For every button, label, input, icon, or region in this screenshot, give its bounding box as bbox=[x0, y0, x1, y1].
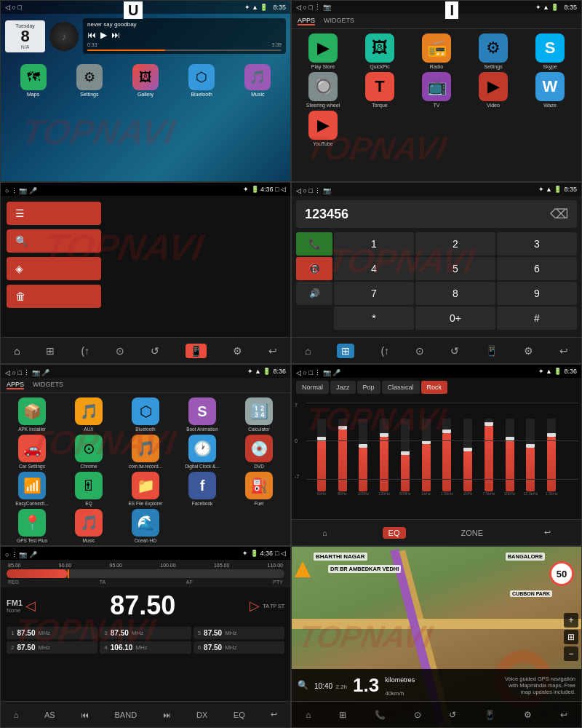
grid-btn-3[interactable]: ⊞ bbox=[46, 345, 55, 357]
digit-2[interactable]: 2 bbox=[415, 232, 495, 256]
phone-btn-4[interactable]: 📱 bbox=[485, 345, 498, 357]
app-waze[interactable]: W Waze bbox=[523, 72, 577, 108]
back-btn-8[interactable]: ↩ bbox=[560, 710, 567, 720]
app-maps[interactable]: 🗺 Maps bbox=[8, 64, 58, 97]
app-facebook[interactable]: f Facebook bbox=[175, 472, 229, 506]
zoom-in-btn[interactable]: + bbox=[564, 613, 578, 628]
preset-2[interactable]: 2 87.50 MHz bbox=[7, 641, 97, 654]
preset-4[interactable]: 4 106.10 MHz bbox=[100, 641, 191, 654]
app-ocean[interactable]: 🌊 Ocean HD bbox=[119, 509, 172, 543]
eq-band-125k[interactable]: 12.5kHz bbox=[522, 419, 541, 496]
call2-btn[interactable]: (↑ bbox=[380, 345, 389, 357]
eq-band-80[interactable]: 80Hz bbox=[333, 419, 352, 496]
radio-btn-3[interactable]: ↺ bbox=[151, 345, 159, 357]
preset-pop[interactable]: Pop bbox=[357, 381, 380, 394]
eq-band-100[interactable]: 100Hz bbox=[354, 419, 373, 496]
digit-8[interactable]: 8 bbox=[415, 282, 495, 305]
eq-btn-7[interactable]: EQ bbox=[231, 709, 248, 721]
preset-jazz[interactable]: Jazz bbox=[330, 381, 356, 394]
cam-btn-4[interactable]: ⊙ bbox=[415, 345, 424, 357]
app-steering[interactable]: 🔘 Steering wheel bbox=[296, 72, 350, 108]
menu-list-icon[interactable]: ☰ bbox=[7, 202, 101, 225]
grid-btn-map[interactable]: ⊞ bbox=[564, 630, 578, 644]
tab-widgets[interactable]: WIDGETS bbox=[324, 17, 354, 25]
prev-btn-7[interactable]: ⏮ bbox=[78, 709, 92, 721]
digit-1[interactable]: 1 bbox=[334, 232, 414, 256]
freq-next-btn[interactable]: ▷ bbox=[250, 598, 260, 614]
app-torque[interactable]: T Torque bbox=[353, 72, 407, 108]
eq-band-60[interactable]: 60Hz bbox=[312, 419, 331, 496]
as-btn[interactable]: AS bbox=[41, 709, 58, 721]
back-btn-7[interactable]: ↩ bbox=[268, 708, 280, 721]
app-clock[interactable]: 🕐 Digital Clock &... bbox=[175, 435, 229, 469]
preset-normal[interactable]: Normal bbox=[296, 381, 329, 394]
prev-button[interactable]: ⏮ bbox=[87, 30, 96, 40]
app-bt[interactable]: ⬡ Bluetooth bbox=[119, 397, 172, 432]
phone-btn-3[interactable]: (↑ bbox=[81, 345, 89, 357]
volume-button[interactable]: 🔊 bbox=[296, 282, 332, 305]
digit-star[interactable]: * bbox=[334, 306, 414, 330]
music-controls[interactable]: ⏮ ▶ ⏭ bbox=[87, 30, 282, 40]
eq-band-15k[interactable]: 1.5kHz bbox=[438, 419, 457, 496]
settings-btn-3[interactable]: ⚙ bbox=[233, 345, 242, 357]
app-aux[interactable]: 🎵 AUX bbox=[62, 397, 116, 432]
phone-btn-8[interactable]: 📞 bbox=[375, 710, 386, 720]
freq-slider[interactable] bbox=[7, 569, 284, 578]
preset-3[interactable]: 3 87.50 MHz bbox=[100, 627, 191, 639]
app-eq[interactable]: 🎚 EQ bbox=[62, 472, 116, 506]
settings-btn-4[interactable]: ⚙ bbox=[524, 345, 533, 357]
radio-btn-4[interactable]: ↺ bbox=[450, 345, 459, 357]
app-youtube[interactable]: ▶ YouTube bbox=[296, 111, 350, 146]
eq-band-500[interactable]: 500Hz bbox=[396, 419, 415, 496]
cam-btn-3[interactable]: ⊙ bbox=[116, 345, 124, 357]
hangup-button[interactable]: 📵 bbox=[296, 257, 332, 280]
grid-btn-8[interactable]: ⊞ bbox=[339, 710, 346, 720]
eq-band-last[interactable]: 1.5kHz bbox=[542, 419, 561, 496]
app-gpstest[interactable]: 📍 GPS Test Plus bbox=[5, 509, 59, 543]
app-music[interactable]: 🎵 Music bbox=[233, 64, 283, 97]
app-video[interactable]: ▶ Video bbox=[466, 72, 520, 108]
phone-red-btn-3[interactable]: 📱 bbox=[186, 344, 207, 358]
eq-band-120[interactable]: 120Hz bbox=[375, 419, 394, 496]
digit-5[interactable]: 5 bbox=[415, 257, 495, 280]
tab-apps[interactable]: APPS bbox=[298, 17, 315, 25]
app-apk[interactable]: 📦 APK Installer bbox=[5, 397, 59, 432]
eq-band-10k[interactable]: 10kHz bbox=[501, 419, 519, 496]
digit-0[interactable]: 0+ bbox=[415, 306, 495, 330]
zone-btn-6[interactable]: ZONE bbox=[455, 527, 489, 539]
digit-4[interactable]: 4 bbox=[334, 257, 414, 280]
back-btn-6[interactable]: ↩ bbox=[538, 526, 557, 539]
menu-search[interactable]: 🔍 bbox=[7, 229, 101, 253]
preset-classical[interactable]: Classical bbox=[382, 381, 420, 394]
phone2-btn-8[interactable]: 📱 bbox=[485, 710, 495, 720]
digit-6[interactable]: 6 bbox=[497, 257, 577, 280]
settings-btn-8[interactable]: ⚙ bbox=[524, 710, 532, 720]
home-btn-3[interactable]: ⌂ bbox=[14, 345, 20, 357]
eq-band-75k[interactable]: 7.5kHz bbox=[479, 419, 498, 496]
next-btn-7[interactable]: ⏭ bbox=[160, 709, 174, 721]
tab-apps-2[interactable]: APPS bbox=[7, 381, 24, 389]
next-button[interactable]: ⏭ bbox=[111, 30, 120, 40]
app-dvd[interactable]: 💿 DVD bbox=[232, 435, 286, 469]
app-easyconnect[interactable]: 📶 EasyConnecti... bbox=[5, 472, 59, 506]
dx-btn[interactable]: DX bbox=[194, 709, 210, 721]
back-btn-3[interactable]: ↩ bbox=[268, 345, 277, 357]
home-btn-4[interactable]: ⌂ bbox=[305, 345, 311, 357]
app-bluetooth[interactable]: ⬡ Bluetooth bbox=[177, 64, 227, 97]
tab-widgets-2[interactable]: WIDGETS bbox=[33, 381, 63, 389]
preset-5[interactable]: 5 87.50 MHz bbox=[194, 627, 284, 639]
phone-active-btn[interactable]: ⊞ bbox=[337, 344, 354, 358]
menu-layout[interactable]: ◈ bbox=[7, 257, 101, 280]
digit-9[interactable]: 9 bbox=[497, 282, 577, 305]
app-music-2[interactable]: 🎵 Music bbox=[62, 509, 116, 543]
app-skype[interactable]: S Skype bbox=[523, 33, 577, 69]
radio-btn-8[interactable]: ↺ bbox=[449, 710, 456, 720]
app-quickpic[interactable]: 🖼 QuickPic bbox=[353, 33, 407, 69]
app-fuel[interactable]: ⛽ Fuel bbox=[232, 472, 286, 506]
home-btn-8[interactable]: ⌂ bbox=[306, 710, 311, 720]
preset-6[interactable]: 6 87.50 MHz bbox=[194, 641, 284, 654]
eq-band-2k[interactable]: 2kHz bbox=[458, 419, 477, 496]
app-esfile[interactable]: 📁 ES File Explorer bbox=[119, 472, 172, 506]
app-settings-drawer[interactable]: ⚙ Settings bbox=[466, 33, 520, 69]
app-calc[interactable]: 🔢 Calculator bbox=[232, 397, 286, 432]
